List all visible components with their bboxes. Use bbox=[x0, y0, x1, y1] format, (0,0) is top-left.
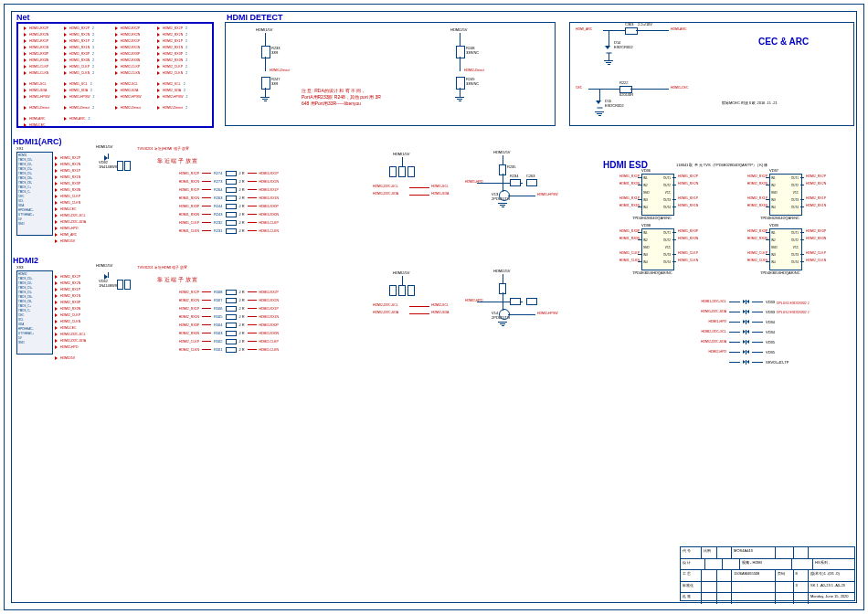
hdmi2-place-note: 靠 近 端 子 放 置 bbox=[157, 276, 197, 284]
hpsw-out: HDMI1-HPSW bbox=[537, 193, 558, 196]
cec-note: 联咏MCEC 时接 0 欧 2016 .11 .21 bbox=[722, 101, 778, 105]
diode-bar-icon bbox=[108, 154, 109, 159]
diode-bar-icon bbox=[598, 108, 603, 109]
wire bbox=[503, 155, 503, 164]
wire bbox=[265, 33, 266, 46]
r248-val: 33R/NC bbox=[466, 50, 479, 55]
r234 bbox=[510, 179, 521, 186]
r248 bbox=[456, 46, 465, 58]
wire bbox=[603, 30, 625, 31]
net-hdmi2-detect: HDMI2-Detect bbox=[464, 69, 484, 72]
c263 bbox=[526, 179, 537, 186]
esd-header-note: 118041 取 单 元 TVS（TPD4E02B04DQAR/TP） ( K)… bbox=[676, 163, 767, 167]
hdmi2-series-res: HDMI2_RX2PR508J RHDMI2-RX2PHDMI2_RX2NR50… bbox=[155, 289, 279, 353]
net-col1: HDMI1-RX2PHDMI1-RX2NHDMI1-RX1PHDMI1-RX1N… bbox=[24, 26, 50, 128]
diode-icon bbox=[596, 101, 601, 104]
ddc2-scl-out: HDMI2-SCL bbox=[431, 303, 449, 307]
detect-note-3: 648 用Port用33R-----libenyou bbox=[302, 101, 361, 106]
hdmi2-tvs-note: TVS/0201 靠近HDMI 端子 放置 bbox=[137, 265, 187, 270]
r247 bbox=[261, 77, 270, 90]
section-title-hdmi1: HDMI1(ARC) bbox=[13, 137, 62, 146]
hdmi-detect-pwr2: HDMI2/5V bbox=[450, 27, 467, 32]
vd32-pn: 1N4148WS bbox=[99, 164, 117, 169]
ground-icon bbox=[455, 97, 464, 101]
c303 bbox=[625, 27, 638, 35]
ddc-scl-out: HDMI1-SCL bbox=[431, 185, 449, 188]
hdmi1-bus-labels: HDMI1_RX2PHDMI1_RX2NHDMI1_RX1PHDMI1_RX1N… bbox=[55, 155, 86, 244]
net-col3: HDMI2-RX2PHDMI2-RX2NHDMI2-RX1PHDMI2-RX1N… bbox=[115, 26, 142, 120]
wire bbox=[409, 306, 429, 307]
hdmi1-hpd-rail: HDMI1/5V bbox=[493, 150, 510, 154]
hdmi1-ddc-rail: HDMI1/5V bbox=[393, 152, 409, 156]
wire bbox=[409, 313, 429, 314]
wire bbox=[636, 30, 669, 31]
c263-ref: C263 bbox=[526, 174, 535, 178]
hdmi1-place-note: 靠 近 端 子 放 置 bbox=[157, 157, 197, 165]
c557 bbox=[117, 280, 123, 290]
r235-ref: R235 bbox=[507, 164, 516, 169]
r-pull1b bbox=[389, 285, 397, 296]
d15-pn: ESDCR002 bbox=[605, 103, 624, 108]
hpsw2-out: HDMI2-HPSW bbox=[537, 312, 558, 315]
wire bbox=[609, 30, 609, 47]
schematic-sheet: Net HDMI1-RX2PHDMI1-RX2NHDMI1-RX1PHDMI1-… bbox=[0, 0, 868, 614]
c256 bbox=[117, 161, 123, 171]
r222-val: 0201/0R bbox=[619, 92, 633, 97]
diode-bar-icon bbox=[108, 272, 109, 278]
hdmi-detect-pwr1: HDMI1/5V bbox=[256, 27, 272, 32]
ground-icon bbox=[604, 60, 613, 65]
hpd-in: HDMI1-HPD bbox=[465, 180, 482, 184]
r-pull1 bbox=[389, 166, 397, 177]
hdmi2-bus-labels: HDMI2_RX2PHDMI2_RX2NHDMI2_RX1PHDMI2_RX1N… bbox=[55, 274, 86, 361]
hdmi2-ddc-rail: HDMI2/5V bbox=[393, 270, 409, 275]
r247-val: 33R bbox=[271, 81, 278, 86]
ground-icon bbox=[498, 203, 507, 207]
cec-arc-box bbox=[569, 22, 854, 126]
hdmi1-conn-ref: XS1 bbox=[16, 146, 24, 151]
section-title-cec-arc: CEC & ARC bbox=[758, 37, 809, 47]
ground-icon bbox=[260, 97, 270, 101]
wire bbox=[588, 89, 619, 90]
ddc-scl-in: HDMI1-DDC-SCL bbox=[373, 185, 398, 188]
r234b bbox=[510, 298, 521, 305]
title-block: 代 号比例MOS4A443设 计视频 - HDMIHS系列 .HS5 .TT85… bbox=[680, 546, 855, 601]
hdmi2-conn-ref: XS3 bbox=[16, 265, 24, 270]
wire bbox=[508, 196, 535, 196]
r222-ref: R222 bbox=[619, 80, 629, 85]
wire bbox=[460, 33, 460, 46]
wire bbox=[409, 187, 429, 188]
r-pull3b bbox=[408, 285, 415, 296]
c273 bbox=[526, 298, 537, 305]
hdmi1-rail: HDMI1/5V bbox=[96, 144, 112, 149]
section-title-hdmi2: HDMI2 bbox=[13, 256, 38, 265]
section-title-net: Net bbox=[16, 13, 30, 22]
wire bbox=[503, 274, 503, 283]
cec-io: HDMI1-CEC bbox=[671, 86, 688, 90]
hdmi1-tvs-note: TVS/0201 靠近(HDMI 端子 放置 bbox=[137, 146, 189, 151]
wire bbox=[402, 157, 403, 166]
r234-ref: R234 bbox=[510, 174, 519, 178]
hdmi2-conn-pins: HDMI2TMDS_D2+TMDS_D2-TMDS_D1+TMDS_D1-TMD… bbox=[18, 272, 34, 344]
wire bbox=[265, 88, 266, 97]
ground-icon bbox=[595, 111, 604, 116]
r249 bbox=[456, 77, 465, 90]
section-title-hdmi-detect: HDMI DETECT bbox=[227, 13, 283, 22]
c265 bbox=[124, 161, 131, 171]
c303-val: 2.2u/10V bbox=[638, 22, 652, 26]
cec-arc-net-in: HDMI_ARC bbox=[576, 27, 592, 31]
r-pull3 bbox=[408, 166, 415, 177]
wire bbox=[409, 195, 429, 196]
r233 bbox=[261, 46, 270, 58]
wire bbox=[508, 314, 535, 315]
wire bbox=[630, 89, 669, 90]
wire bbox=[460, 57, 460, 71]
net-col4: HDMI2_RX2P2HDMI2_RX2N2HDMI2_RX1P2HDMI2_R… bbox=[157, 26, 188, 120]
ground-icon bbox=[498, 322, 507, 326]
ddc2-sda-in: HDMI2-DDC-SDA bbox=[373, 311, 398, 314]
c303-ref: C303 bbox=[625, 22, 634, 26]
hpd2-in: HDMI2-HPD bbox=[465, 299, 482, 302]
esd-diode-array: HDMI1-DDC-SCLVD33HDMI1-DDC-SDAVD33HDMI1-… bbox=[676, 298, 789, 365]
hdmi-detect-box bbox=[225, 22, 556, 126]
wire bbox=[599, 89, 600, 101]
hdmi2-hpd-rail: HDMI2/5V bbox=[493, 269, 510, 273]
